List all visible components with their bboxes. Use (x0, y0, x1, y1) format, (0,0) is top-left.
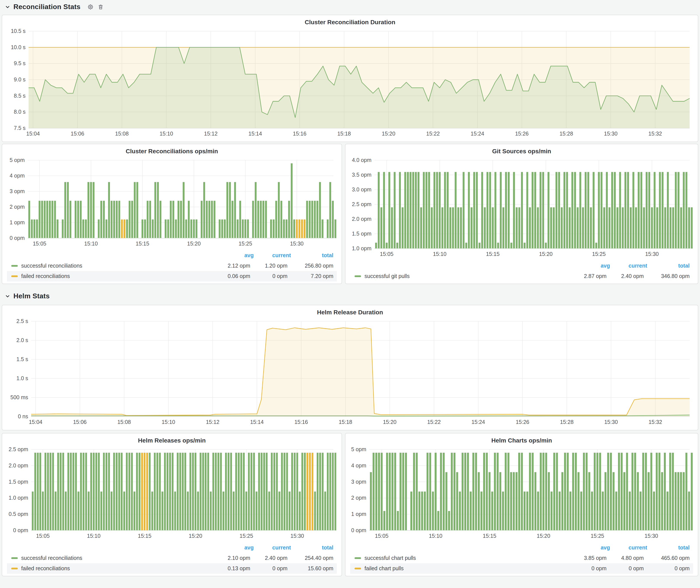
legend-series-toggle[interactable]: failed chart pulls (350, 565, 569, 572)
panel-title[interactable]: Cluster Reconciliations ops/min (6, 146, 338, 156)
svg-text:15:08: 15:08 (117, 419, 131, 425)
legend-total-value: 254.40 opm (287, 555, 337, 561)
svg-text:15:12: 15:12 (206, 419, 219, 425)
svg-text:15:30: 15:30 (645, 251, 659, 257)
svg-text:15:28: 15:28 (560, 131, 573, 137)
svg-text:4 opm: 4 opm (10, 173, 25, 179)
legend-header-row: avg current total (350, 261, 693, 271)
series-color-dash (355, 275, 361, 277)
legend-col-avg[interactable]: avg (573, 263, 610, 269)
legend-col-current[interactable]: current (610, 545, 647, 551)
legend-col-total[interactable]: total (647, 545, 693, 551)
legend-col-total[interactable]: total (291, 545, 337, 551)
bar-chart-helm-releases[interactable]: 0 opm0.5 opm1.0 opm1.5 opm2.0 opm2.5 opm… (6, 445, 338, 543)
panel-helm-release-duration: Helm Release Duration 0 ns500 ms1.0 s1.5… (2, 305, 698, 430)
svg-text:15:26: 15:26 (515, 131, 529, 137)
svg-text:1 opm: 1 opm (351, 511, 366, 517)
svg-text:15:06: 15:06 (73, 419, 87, 425)
legend-col-avg[interactable]: avg (216, 545, 254, 551)
section-title[interactable]: Helm Stats (13, 292, 50, 300)
timeseries-chart-cluster-reconciliation-duration[interactable]: 7.5 s8.0 s8.5 s9.0 s9.5 s10.0 s10.5 s15:… (6, 27, 694, 140)
legend: avg current total successful git pulls 2… (349, 261, 694, 282)
legend-series-toggle[interactable]: successful reconciliations (7, 263, 213, 269)
legend: avg current total successful reconciliat… (6, 250, 338, 282)
legend: avg current total successful reconciliat… (6, 543, 338, 575)
svg-text:15:10: 15:10 (160, 131, 173, 137)
panel-title[interactable]: Git Sources ops/min (349, 146, 694, 156)
legend-series-toggle[interactable]: successful git pulls (350, 273, 569, 279)
legend-avg-value: 0.06 opm (213, 273, 250, 279)
svg-text:15:12: 15:12 (204, 131, 218, 137)
panel-title[interactable]: Cluster Reconciliation Duration (6, 17, 694, 27)
svg-text:15:22: 15:22 (427, 419, 441, 425)
legend-row: failed chart pulls 0 opm 0 opm 0 opm (350, 563, 693, 574)
legend-col-current[interactable]: current (254, 252, 291, 258)
svg-text:15:15: 15:15 (486, 251, 500, 257)
svg-text:15:05: 15:05 (33, 241, 46, 247)
panel-title[interactable]: Helm Releases ops/min (6, 436, 338, 445)
bar-chart-git-sources[interactable]: 1.0 opm1.5 opm2.0 opm2.5 opm3.0 opm3.5 o… (349, 156, 694, 261)
svg-text:1.5 opm: 1.5 opm (352, 231, 371, 237)
svg-text:15:24: 15:24 (471, 131, 484, 137)
svg-text:15:05: 15:05 (375, 533, 389, 539)
svg-text:2 opm: 2 opm (10, 204, 25, 210)
legend-col-total[interactable]: total (291, 252, 337, 258)
svg-text:15:18: 15:18 (339, 419, 352, 425)
section-header-helm-stats: Helm Stats (4, 291, 50, 301)
svg-text:0.5 opm: 0.5 opm (9, 511, 28, 517)
legend-avg-value: 2.12 opm (213, 263, 250, 269)
gear-icon[interactable] (87, 3, 94, 11)
legend-col-current[interactable]: current (610, 263, 647, 269)
svg-text:1.5 opm: 1.5 opm (9, 479, 28, 485)
legend-series-toggle[interactable]: failed reconciliations (7, 565, 213, 572)
bar-chart-cluster-reconciliations[interactable]: 0 opm1 opm2 opm3 opm4 opm5 opm15:0515:10… (6, 156, 338, 250)
panel-title[interactable]: Helm Charts ops/min (349, 436, 694, 445)
svg-text:2.5 s: 2.5 s (16, 318, 28, 324)
svg-text:15:30: 15:30 (604, 131, 618, 137)
section-title[interactable]: Reconciliation Stats (13, 3, 81, 11)
svg-text:15:25: 15:25 (240, 533, 253, 539)
svg-text:5 opm: 5 opm (351, 446, 366, 452)
legend-series-toggle[interactable]: failed reconciliations (7, 273, 213, 279)
svg-text:15:10: 15:10 (87, 533, 101, 539)
legend-current-value: 0 opm (250, 273, 287, 279)
timeseries-chart-helm-release-duration[interactable]: 0 ns500 ms1.0 s1.5 s2.0 s2.5 s15:0415:06… (6, 317, 694, 429)
legend-header-row: avg current total (7, 543, 337, 553)
legend-row: failed reconciliations 0.06 opm 0 opm 7.… (7, 271, 337, 281)
svg-text:3.0 opm: 3.0 opm (352, 186, 371, 192)
svg-text:3 opm: 3 opm (10, 188, 25, 194)
svg-text:9.5 s: 9.5 s (14, 60, 26, 66)
svg-text:15:04: 15:04 (29, 419, 42, 425)
svg-text:8.0 s: 8.0 s (14, 109, 26, 115)
legend: avg current total successful chart pulls… (349, 543, 694, 575)
legend-avg-value: 3.85 opm (569, 555, 606, 561)
legend-avg-value: 2.10 opm (213, 555, 250, 561)
trash-icon[interactable] (97, 3, 104, 11)
svg-text:15:20: 15:20 (189, 533, 202, 539)
svg-text:15:32: 15:32 (648, 419, 662, 425)
chevron-down-icon[interactable] (4, 4, 11, 10)
svg-text:1.0 s: 1.0 s (16, 375, 28, 381)
legend-col-avg[interactable]: avg (573, 545, 610, 551)
svg-text:15:15: 15:15 (136, 241, 149, 247)
svg-text:2.0 opm: 2.0 opm (9, 462, 28, 468)
legend-row: successful chart pulls 3.85 opm 4.80 opm… (350, 553, 693, 563)
svg-text:0 opm: 0 opm (10, 235, 25, 241)
svg-text:3 opm: 3 opm (351, 479, 366, 485)
legend-series-toggle[interactable]: successful chart pulls (350, 555, 569, 561)
panel-title[interactable]: Helm Release Duration (6, 307, 694, 317)
chevron-down-icon[interactable] (4, 293, 11, 299)
svg-text:2.0 s: 2.0 s (16, 337, 28, 343)
legend-col-current[interactable]: current (254, 545, 291, 551)
bar-chart-helm-charts[interactable]: 0 opm1 opm2 opm3 opm4 opm5 opm15:0515:10… (349, 445, 694, 543)
legend-series-toggle[interactable]: successful reconciliations (7, 555, 213, 561)
series-color-dash (11, 568, 18, 569)
legend-current-value: 4.80 opm (606, 555, 644, 561)
legend-current-value: 2.40 opm (606, 273, 644, 279)
series-color-dash (11, 275, 18, 277)
legend-avg-value: 0.13 opm (213, 565, 250, 572)
legend-col-avg[interactable]: avg (216, 252, 254, 258)
legend-col-total[interactable]: total (647, 263, 693, 269)
legend-row: failed reconciliations 0.13 opm 0 opm 15… (7, 563, 337, 574)
legend-row: successful reconciliations 2.12 opm 1.20… (7, 261, 337, 271)
